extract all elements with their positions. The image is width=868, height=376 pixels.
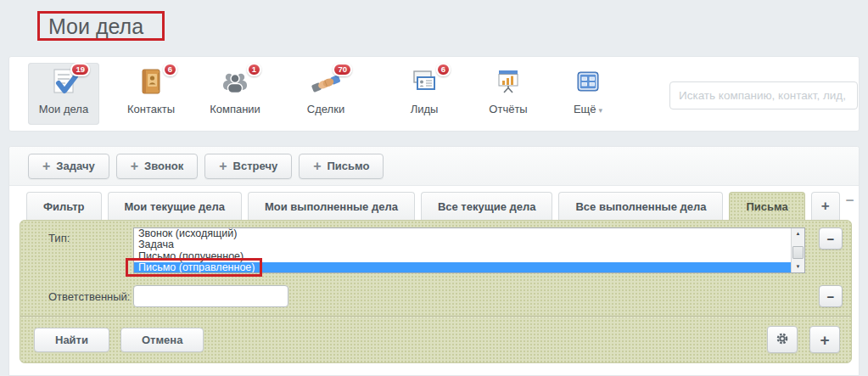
listbox-option[interactable]: Задача [134, 239, 791, 250]
collapse-panel-icon[interactable]: − [846, 194, 854, 213]
settings-button[interactable] [767, 326, 798, 353]
page-title: Мои дела [48, 14, 143, 39]
tab-my-current[interactable]: Мои текущие дела [108, 192, 242, 220]
add-tab-button[interactable]: + [811, 192, 840, 220]
badge-count: 70 [333, 63, 352, 76]
add-letter-label: Письмо [328, 160, 370, 172]
type-listbox[interactable]: Звонок (исходящий) Задача Письмо (получе… [133, 227, 805, 273]
nav-item-more[interactable]: Ещё▾ [552, 63, 624, 125]
panel-divider [20, 316, 851, 317]
responsible-input[interactable] [133, 285, 288, 307]
more-grid-icon [571, 66, 605, 97]
search-input[interactable] [669, 81, 858, 109]
badge-count: 6 [436, 63, 451, 76]
responsible-field-label: Ответственный: [48, 290, 130, 303]
nav-item-label: Сделки [290, 103, 361, 115]
plus-icon: + [42, 160, 50, 173]
plus-icon: + [820, 332, 829, 348]
add-meeting-button[interactable]: + Встречу [204, 154, 292, 179]
nav-item-my-tasks[interactable]: 19 Мои дела [28, 63, 99, 125]
remove-responsible-filter-button[interactable]: − [819, 285, 843, 307]
add-call-label: Звонок [144, 160, 183, 172]
nav-item-contacts[interactable]: 6 Контакты [115, 63, 187, 125]
badge-count: 6 [163, 63, 177, 76]
add-task-label: Задачу [56, 160, 94, 172]
add-meeting-label: Встречу [233, 160, 278, 172]
plus-icon: + [219, 160, 227, 173]
filter-panel: Тип: Звонок (исходящий) Задача Письмо (п… [20, 220, 852, 363]
search-button[interactable]: Найти [34, 328, 109, 352]
plus-icon: + [313, 160, 321, 173]
tab-letters[interactable]: Письма [729, 192, 804, 220]
type-field-label: Тип: [48, 232, 70, 244]
nav-item-label: Лиды [389, 103, 460, 115]
scrollbar-thumb[interactable] [792, 246, 804, 259]
scroll-down-icon[interactable]: ▼ [792, 261, 804, 272]
add-filter-button[interactable]: + [809, 326, 840, 353]
reports-icon [491, 66, 525, 97]
add-letter-button[interactable]: + Письмо [299, 154, 384, 179]
nav-item-label: Компании [199, 103, 271, 115]
nav-item-label: Мои дела [28, 103, 99, 115]
remove-type-filter-button[interactable]: − [819, 227, 843, 250]
quick-add-toolbar: + Задачу + Звонок + Встречу + Письмо [9, 147, 859, 186]
tab-all-current[interactable]: Все текущие дела [421, 192, 553, 220]
tab-all-completed[interactable]: Все выполненные дела [558, 192, 723, 220]
nav-item-companies[interactable]: 1 Компании [199, 63, 271, 125]
nav-item-label: Контакты [115, 103, 187, 115]
plus-icon: + [131, 160, 138, 173]
top-navigation-bar: 19 Мои дела 6 Контакты [8, 56, 860, 132]
tab-filter[interactable]: Фильтр [26, 192, 102, 220]
tab-my-completed[interactable]: Мои выполненные дела [248, 192, 415, 220]
nav-item-label: Ещё [574, 103, 596, 115]
gear-icon [776, 332, 789, 348]
nav-item-leads[interactable]: 6 Лиды [389, 63, 460, 125]
nav-item-deals[interactable]: 70 Сделки [290, 63, 361, 125]
tabs-bar: Фильтр Мои текущие дела Мои выполненные … [9, 187, 859, 220]
cancel-button[interactable]: Отмена [120, 328, 204, 352]
nav-item-label: Отчёты [473, 103, 544, 115]
badge-count: 1 [247, 63, 261, 76]
panel-footer: Найти Отмена + [34, 326, 840, 353]
listbox-option-selected[interactable]: Письмо (отправленное) [134, 262, 791, 273]
add-task-button[interactable]: + Задачу [28, 154, 109, 179]
add-call-button[interactable]: + Звонок [116, 154, 199, 179]
listbox-option[interactable]: Звонок (исходящий) [134, 228, 791, 239]
scroll-up-icon[interactable]: ▲ [792, 228, 804, 239]
chevron-down-icon: ▾ [599, 106, 603, 115]
listbox-scrollbar[interactable]: ▲ ▼ [791, 228, 804, 272]
main-content-card: + Задачу + Звонок + Встречу + Письмо Фил… [8, 146, 860, 376]
nav-item-reports[interactable]: Отчёты [473, 63, 544, 125]
listbox-option[interactable]: Письмо (полученное) [134, 251, 791, 262]
badge-count: 19 [70, 63, 90, 76]
